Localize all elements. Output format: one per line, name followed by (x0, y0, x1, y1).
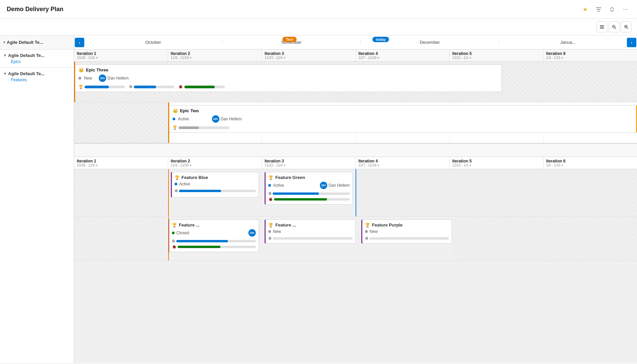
iter4-s2-add[interactable]: + (377, 163, 380, 167)
section2-backlog-link[interactable]: Features (4, 78, 70, 82)
iter6-s2-add[interactable]: + (562, 163, 564, 167)
iter2-s2: Iteration 2 11/9 - 11/20 + (168, 157, 262, 169)
iter2-s2-name: Iteration 2 (171, 159, 259, 163)
iter3-s2-add[interactable]: + (283, 163, 285, 167)
iter4-s2-name: Iteration 4 (359, 159, 447, 163)
feature-purple-status: New (370, 229, 378, 234)
feature-new-bar1-row: ⚙ (268, 236, 353, 241)
feature-purple-status-dot (365, 230, 368, 233)
section2-header (74, 144, 637, 157)
iter1-s2-dates: 10/26 - 11/6 + (77, 163, 165, 167)
iter4-s1: Iteration 4 12/7 - 12/18 + (356, 50, 450, 61)
feature-closed-status-row: Closed DH (172, 229, 256, 237)
features-row2-col5 (455, 217, 546, 261)
iter3-s1-add[interactable]: + (283, 56, 285, 60)
section1-iterations: Iteration 1 10/26 - 11/6 + Iteration 2 1… (74, 50, 637, 61)
feature-blue-card[interactable]: 🏆 Feature Blue Active ⚙ (171, 172, 259, 198)
iter5-s2-name: Iteration 5 (452, 159, 541, 163)
nav-right-button[interactable]: › (627, 38, 636, 47)
features-row2-col1 (74, 217, 165, 261)
feature-purple-bar1-row: ⚙ (365, 236, 449, 241)
feature-new-card[interactable]: 🏆 Feature ... New ⚙ (265, 219, 356, 244)
feature-green-task-icon: ⚙ (268, 191, 272, 196)
test-chip-container: Test (282, 37, 297, 42)
iter1-s2-add[interactable]: + (96, 163, 98, 167)
collapse-icon[interactable] (607, 5, 617, 14)
feature-closed-bar2-row: 🐞 (172, 245, 256, 249)
feature-green-status: Active (273, 183, 284, 188)
epic-two-assignee: DH Dan Hellem (212, 115, 242, 123)
feature-blue-status: Active (179, 182, 190, 186)
teams-label: Agile Default Te... (7, 40, 43, 45)
feature-closed-bar2 (178, 246, 221, 248)
epic-three-bar2-bg (134, 86, 174, 88)
star-icon[interactable]: ★ (580, 5, 590, 14)
teams-collapse-icon[interactable]: ▾ (3, 40, 5, 44)
epic-three-bar1 (85, 86, 109, 88)
iter5-s1-add[interactable]: + (469, 56, 472, 60)
feature-green-title-row: 🏆 Feature Green (268, 175, 350, 180)
feature-closed-trophy-icon: 🏆 (172, 223, 177, 228)
section2-collapse-icon[interactable]: ▾ (4, 71, 6, 76)
feature-closed-bar1 (176, 240, 228, 242)
feature-new-status: New (273, 229, 281, 234)
section2-iter-row: Iteration 1 10/26 - 11/6 + Iteration 2 1… (74, 157, 637, 169)
iter5-s1-dates: 12/21 - 1/1 + (452, 56, 541, 60)
feature-blue-bar1-bg (179, 190, 256, 192)
section1-header-row: Iteration 1 10/26 - 11/6 + Iteration 2 1… (74, 50, 637, 62)
section2-team-name: Agile Default Te... (8, 71, 44, 76)
epic-two-card[interactable]: 👑 Epic Two Active DH Dan Hellem 🏆 (168, 105, 637, 133)
feature-green-assignee-name: Dan Hellem (329, 183, 350, 188)
iter6-s1-add[interactable]: + (562, 56, 564, 60)
header-actions: ★ ⋯ (580, 5, 630, 14)
iter1-s1-add[interactable]: + (96, 56, 98, 60)
epic-three-left-line (74, 62, 75, 102)
features-row1: 🏆 Feature Blue Active ⚙ (74, 169, 637, 217)
iter5-s2-add[interactable]: + (469, 163, 472, 167)
epic-three-card[interactable]: 👑 Epic Three New DH Dan Hellem 🏆 (74, 64, 502, 92)
features-row2-col6 (546, 217, 637, 261)
epic-three-assignee: DH Dan Hellem (99, 74, 129, 82)
epic-three-bar3-bg (184, 86, 225, 88)
epic-two-assignee-name: Dan Hellem (221, 117, 242, 121)
col6-bg (544, 62, 637, 102)
iter4-s1-add[interactable]: + (377, 56, 380, 60)
feature-new-task-icon: ⚙ (268, 236, 272, 241)
iter6-s2: Iteration 6 1/4 - 1/15 + (544, 157, 637, 169)
epic-three-row: 👑 Epic Three New DH Dan Hellem 🏆 (74, 62, 637, 102)
sidebar: ▾ Agile Default Te... ▾ Agile Default Te… (0, 35, 74, 363)
feature-green-card[interactable]: 🏆 Feature Green Active DH Dan Hellem (265, 172, 353, 205)
bug-icon-1: 🐞 (178, 85, 183, 89)
features-row2-col4: 🏆 Feature Purple New ⚙ (359, 217, 455, 261)
features-row2-col2: 🏆 Feature ... Closed DH ⚙ (165, 217, 262, 261)
trophy-icon-2: 🏆 (173, 125, 177, 130)
iter5-s1-name: Iteration 5 (452, 51, 541, 56)
feature-closed-card[interactable]: 🏆 Feature ... Closed DH ⚙ (168, 219, 259, 252)
epic-two-bar1 (179, 126, 199, 129)
epic-three-title: Epic Three (86, 67, 108, 72)
iter4-s2: Iteration 4 12/7 - 12/18 + (356, 157, 450, 169)
feature-green-status-dot (268, 184, 271, 187)
feature-green-bar2-bg (274, 198, 350, 201)
iter1-s1-name: Iteration 1 (77, 51, 165, 56)
feature-blue-status-row: Active (175, 182, 256, 186)
zoom-out-button[interactable] (609, 22, 619, 32)
zoom-in-button[interactable] (621, 22, 632, 32)
iter1-s1-dates: 10/26 - 11/6 + (77, 56, 165, 60)
iter2-s1-add[interactable]: + (190, 56, 192, 60)
section1-backlog-link[interactable]: Epics (4, 59, 70, 64)
feature-purple-card[interactable]: 🏆 Feature Purple New ⚙ (361, 219, 452, 244)
section1-collapse-icon[interactable]: ▾ (4, 53, 6, 58)
feature-green-status-row: Active DH Dan Hellem (268, 182, 350, 189)
iter2-s2-add[interactable]: + (190, 163, 192, 167)
epic-three-status-dot (79, 77, 81, 80)
iter6-s2-dates: 1/4 - 1/15 + (546, 163, 635, 167)
feature-purple-status-row: New (365, 229, 449, 234)
list-view-button[interactable] (597, 22, 607, 32)
feature-green-bar2-row: 🐞 (268, 197, 350, 202)
months-bar: ‹ Test today October November December J… (74, 35, 637, 50)
nav-left-button[interactable]: ‹ (75, 38, 84, 47)
filter-icon[interactable] (594, 5, 603, 14)
more-icon[interactable]: ⋯ (621, 5, 630, 14)
epic-two-avatar: DH (212, 115, 219, 123)
